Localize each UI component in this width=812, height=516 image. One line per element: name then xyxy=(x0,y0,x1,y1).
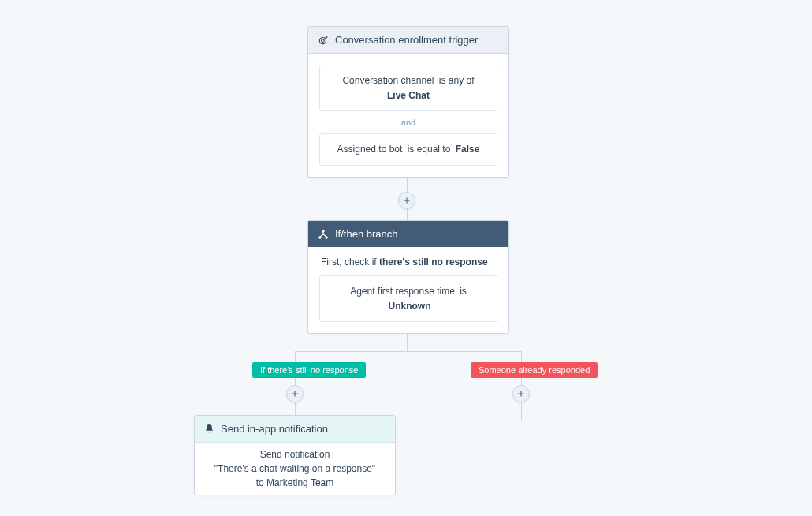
add-action-right-button[interactable] xyxy=(512,385,530,402)
trigger-title: Conversation enrollment trigger xyxy=(335,34,478,46)
action-card-header: Send in-app notification xyxy=(195,416,395,443)
connector xyxy=(521,402,522,420)
svg-point-3 xyxy=(319,236,321,237)
action-title: Send in-app notification xyxy=(221,423,328,435)
branch-card[interactable]: If/then branch First, check if there's s… xyxy=(307,220,509,334)
add-action-left-button[interactable] xyxy=(286,385,304,402)
connector xyxy=(295,351,521,352)
add-action-button[interactable] xyxy=(398,192,415,209)
svg-point-4 xyxy=(326,236,327,237)
connector xyxy=(295,402,296,415)
branch-label-right[interactable]: Someone already responded xyxy=(471,362,598,378)
trigger-filter-2[interactable]: Assigned to bot is equal to False xyxy=(319,133,497,166)
branch-check-text: First, check if there's still no respons… xyxy=(319,256,497,267)
action-card-body: Send notification "There's a chat waitin… xyxy=(195,443,395,495)
trigger-card-header: Conversation enrollment trigger xyxy=(308,27,508,54)
branch-title: If/then branch xyxy=(335,228,398,240)
connector xyxy=(521,377,522,385)
trigger-card-body: Conversation channel is any of Live Chat… xyxy=(308,54,508,177)
svg-point-2 xyxy=(322,230,324,231)
trigger-filter-1[interactable]: Conversation channel is any of Live Chat xyxy=(319,65,497,111)
and-label: and xyxy=(319,118,497,127)
branch-filter[interactable]: Agent first response time is Unknown xyxy=(319,275,497,322)
connector xyxy=(295,377,296,385)
connector xyxy=(407,177,408,192)
connector xyxy=(407,209,408,220)
branch-label-left[interactable]: If there's still no response xyxy=(252,362,366,378)
action-card[interactable]: Send in-app notification Send notificati… xyxy=(194,415,396,495)
svg-point-1 xyxy=(322,39,325,42)
branch-icon xyxy=(318,229,329,240)
branch-card-header: If/then branch xyxy=(308,221,508,247)
trigger-card[interactable]: Conversation enrollment trigger Conversa… xyxy=(307,26,509,178)
connector xyxy=(295,351,296,362)
bell-icon xyxy=(204,424,214,434)
target-icon xyxy=(318,35,329,46)
connector xyxy=(521,351,522,362)
branch-card-body: First, check if there's still no respons… xyxy=(308,247,508,333)
